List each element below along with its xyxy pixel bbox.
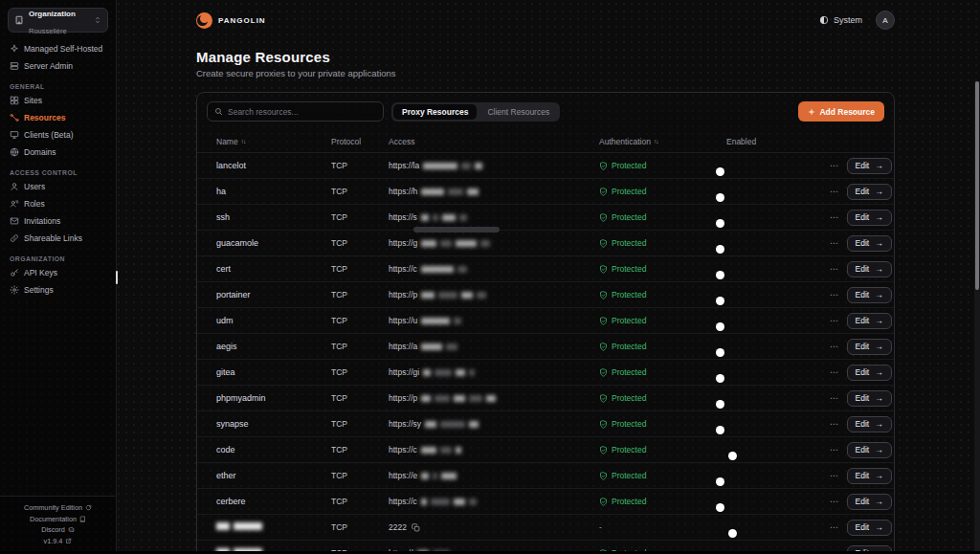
edit-button[interactable]: Edit→	[847, 365, 892, 381]
sidebar-item-label: Clients (Beta)	[24, 131, 74, 140]
access-url: https://u	[389, 316, 417, 325]
arrow-right-icon: →	[875, 290, 883, 299]
access-url: https://c	[389, 264, 417, 274]
edit-button[interactable]: Edit→	[847, 442, 892, 458]
sort-icon[interactable]: ↑↓	[241, 138, 246, 144]
sidebar-item-invitations[interactable]: Invitations	[0, 212, 116, 230]
toggle-knob	[716, 245, 724, 254]
edit-button[interactable]: Edit→	[847, 261, 892, 277]
edit-label: Edit	[856, 393, 870, 403]
sidebar-item-sites[interactable]: Sites	[0, 92, 116, 109]
redacted-text	[461, 163, 471, 169]
resources-card: Proxy ResourcesClient Resources Add Reso…	[196, 92, 895, 551]
sidebar-item-label: Server Admin	[24, 62, 73, 71]
sort-icon[interactable]: ↑↓	[654, 138, 658, 144]
resource-name: guacamole	[216, 238, 331, 248]
sidebar-item-resources[interactable]: Resources	[0, 109, 116, 126]
row-menu-icon[interactable]: ⋯	[830, 472, 839, 480]
shield-check-icon	[599, 162, 608, 170]
org-selector[interactable]: Organization Rousselière	[8, 8, 108, 33]
row-menu-icon[interactable]: ⋯	[830, 549, 839, 552]
row-menu-icon[interactable]: ⋯	[830, 291, 839, 299]
sidebar-item-domains[interactable]: Domains	[0, 144, 116, 161]
toggle-knob	[716, 271, 724, 279]
edit-button[interactable]: Edit→	[847, 494, 892, 510]
sidebar-item-shareable-links[interactable]: Shareable Links	[0, 230, 116, 247]
avatar[interactable]: A	[876, 11, 895, 30]
redacted-text	[433, 473, 437, 479]
sidebar-item-roles[interactable]: Roles	[0, 195, 116, 212]
edit-button[interactable]: Edit→	[847, 313, 892, 329]
sidebar-item-label: Invitations	[24, 217, 60, 226]
table-row: codeTCPhttps://cProtected⋯Edit→	[197, 437, 894, 463]
arrow-right-icon: →	[875, 497, 883, 506]
row-menu-icon[interactable]: ⋯	[830, 239, 839, 248]
shield-check-icon	[599, 317, 608, 325]
sidebar-item-settings[interactable]: Settings	[0, 281, 116, 299]
resource-name: lancelot	[216, 161, 331, 170]
sidebar-item-api-keys[interactable]: API Keys	[0, 264, 116, 281]
resource-access: https://g	[389, 238, 599, 248]
redacted-text	[469, 369, 475, 376]
footer-link-community-edition[interactable]: Community Edition	[0, 502, 116, 514]
row-menu-icon[interactable]: ⋯	[830, 213, 839, 222]
edit-button[interactable]: Edit→	[847, 158, 892, 174]
row-menu-icon[interactable]: ⋯	[830, 446, 839, 454]
table-row: guacamoleTCPhttps://gProtected⋯Edit→	[197, 231, 894, 256]
footer-link-discord[interactable]: Discord	[0, 524, 116, 536]
edit-label: Edit	[856, 238, 870, 248]
sidebar-item-label: Roles	[24, 200, 45, 209]
resource-protocol: TCP	[331, 419, 389, 429]
row-menu-icon[interactable]: ⋯	[830, 498, 839, 506]
edit-button[interactable]: Edit→	[847, 416, 892, 432]
edit-button[interactable]: Edit→	[847, 520, 892, 536]
edit-button[interactable]: Edit→	[847, 235, 892, 252]
toggle-knob	[728, 452, 737, 460]
protected-label: Protected	[612, 471, 646, 480]
edit-button[interactable]: Edit→	[847, 545, 892, 552]
edit-button[interactable]: Edit→	[847, 468, 892, 484]
scrollbar-thumb[interactable]	[975, 81, 979, 290]
toggle-knob	[716, 477, 724, 486]
resource-name: portainer	[216, 290, 331, 299]
sidebar-item-clients-beta[interactable]: Clients (Beta)	[0, 126, 116, 144]
resource-protocol: TCP	[331, 471, 389, 480]
footer-link-v1-9-4[interactable]: v1.9.4	[0, 536, 116, 547]
sidebar-item-managed-self-hosted[interactable]: Managed Self-Hosted	[0, 40, 116, 57]
edit-button[interactable]: Edit→	[847, 184, 892, 200]
row-actions: ⋯Edit→	[825, 494, 894, 510]
theme-toggle[interactable]: System	[819, 15, 862, 25]
row-menu-icon[interactable]: ⋯	[830, 162, 839, 170]
row-menu-icon[interactable]: ⋯	[830, 317, 839, 325]
edit-button[interactable]: Edit→	[847, 390, 892, 407]
edit-button[interactable]: Edit→	[847, 287, 892, 303]
edit-button[interactable]: Edit→	[847, 210, 892, 226]
external-icon	[65, 538, 72, 544]
row-menu-icon[interactable]: ⋯	[830, 368, 839, 377]
sidebar-item-label: Domains	[24, 148, 56, 157]
protected-label: Protected	[612, 393, 646, 403]
tab-client-resources[interactable]: Client Resources	[479, 104, 558, 120]
edit-button[interactable]: Edit→	[847, 339, 892, 355]
row-menu-icon[interactable]: ⋯	[830, 420, 839, 429]
table-row: aegisTCPhttps://aProtected⋯Edit→	[197, 334, 894, 360]
tab-proxy-resources[interactable]: Proxy Resources	[393, 104, 477, 120]
row-menu-icon[interactable]: ⋯	[830, 523, 839, 532]
row-menu-icon[interactable]: ⋯	[830, 265, 839, 274]
access-url: https://e	[389, 471, 417, 480]
protected-badge: Protected	[599, 471, 726, 480]
arrow-right-icon: →	[875, 212, 883, 222]
resource-name: code	[216, 445, 331, 454]
sidebar-item-label: Users	[24, 183, 45, 191]
add-resource-button[interactable]: Add Resource	[798, 101, 884, 122]
row-menu-icon[interactable]: ⋯	[830, 188, 839, 196]
edit-label: Edit	[856, 497, 870, 506]
search-input[interactable]	[228, 107, 376, 117]
row-menu-icon[interactable]: ⋯	[830, 394, 839, 403]
sidebar-item-users[interactable]: Users	[0, 178, 116, 195]
redacted-text	[438, 292, 457, 299]
sidebar-resize-handle[interactable]	[116, 271, 118, 284]
footer-link-documentation[interactable]: Documentation	[0, 514, 116, 525]
row-menu-icon[interactable]: ⋯	[830, 343, 839, 351]
sidebar-item-server-admin[interactable]: Server Admin	[0, 57, 116, 75]
